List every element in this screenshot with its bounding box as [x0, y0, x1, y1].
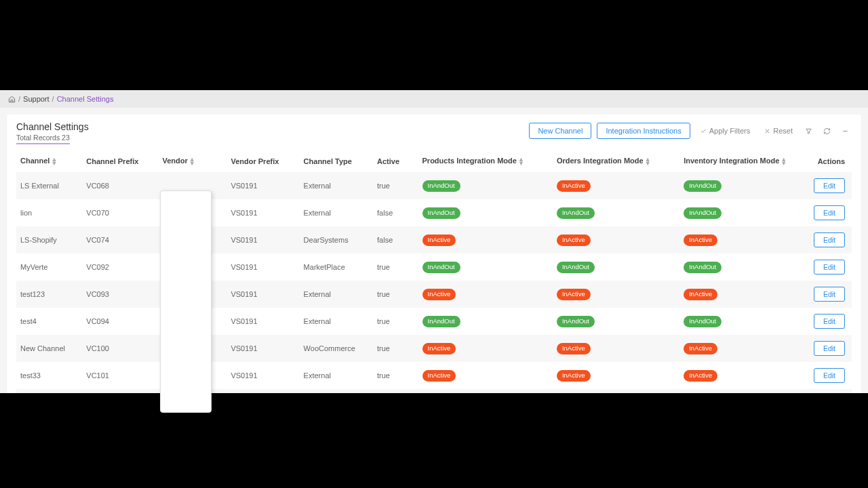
table-row: LS-ShopifyVC074VS0191DearSystemsfalseInA…: [16, 226, 852, 253]
edit-button[interactable]: Edit: [814, 368, 845, 383]
col-channel[interactable]: Channel▲▼: [16, 148, 82, 172]
edit-button[interactable]: Edit: [814, 341, 845, 356]
refresh-icon[interactable]: [821, 125, 833, 138]
cell-orders-mode: InAndOut: [553, 199, 679, 226]
integration-instructions-button[interactable]: Integration Instructions: [597, 123, 690, 139]
cell-channel: LS-Shopify: [16, 226, 82, 253]
col-orders-mode[interactable]: Orders Integration Mode▲▼: [553, 148, 679, 172]
cell-active: true: [373, 335, 418, 362]
table-row: lionVC070VS0191ExternalfalseInAndOutInAn…: [16, 199, 852, 226]
panel-header: Channel Settings Total Records 23 New Ch…: [7, 115, 861, 148]
breadcrumb-support[interactable]: Support: [23, 95, 50, 103]
sort-icon: ▲▼: [518, 157, 524, 165]
cell-active: true: [373, 281, 418, 308]
cell-actions: Edit: [810, 308, 852, 335]
cell-inventory-mode: InActive: [679, 226, 810, 253]
status-badge: InAndOut: [684, 316, 722, 327]
cell-channel-type: External: [300, 308, 373, 335]
reset-label: Reset: [773, 127, 793, 135]
breadcrumb-separator: /: [18, 95, 20, 103]
cell-channel: LS External: [16, 172, 82, 199]
cell-channel-type: External: [300, 199, 373, 226]
toolbar: New Channel Integration Instructions App…: [529, 123, 852, 139]
cell-channel-type: DearSystems: [300, 226, 373, 253]
status-badge: InActive: [422, 343, 456, 354]
table-row: LS ExternalVC068VS0191ExternaltrueInAndO…: [16, 172, 852, 199]
col-channel-type[interactable]: Channel Type: [300, 148, 373, 172]
status-badge: InActive: [557, 235, 591, 246]
cell-products-mode: InActive: [418, 281, 553, 308]
cell-vendor-prefix: VS0191: [226, 362, 299, 389]
table-row: test123VC093VS0191ExternaltrueInActiveIn…: [16, 281, 852, 308]
status-badge: InActive: [557, 289, 591, 300]
reset-button[interactable]: Reset: [760, 124, 797, 138]
table-row: MyVerteVC092VS0191MarketPlacetrueInAndOu…: [16, 253, 852, 281]
cell-actions: Edit: [810, 253, 852, 281]
col-inventory-mode[interactable]: Inventory Integration Mode▲▼: [679, 148, 810, 172]
cell-channel-prefix: VC094: [82, 308, 158, 335]
cell-orders-mode: InActive: [553, 226, 679, 253]
cell-channel-prefix: VC101: [82, 362, 158, 389]
edit-button[interactable]: Edit: [814, 232, 845, 247]
filter-icon[interactable]: [802, 125, 815, 138]
cell-channel-type: External: [300, 172, 373, 199]
home-icon[interactable]: [8, 96, 16, 103]
cell-inventory-mode: InAndOut: [679, 308, 810, 335]
apply-filters-button[interactable]: Apply Filters: [696, 124, 755, 138]
status-badge: InActive: [684, 370, 717, 382]
breadcrumb-separator: /: [52, 95, 54, 103]
cell-channel-type: External: [300, 281, 373, 308]
cell-products-mode: InAndOut: [418, 253, 553, 281]
sort-icon: ▲▼: [781, 157, 787, 165]
cell-inventory-mode: InAndOut: [679, 199, 810, 226]
letterbox-bottom: [0, 393, 868, 488]
status-badge: InActive: [557, 343, 591, 354]
cell-products-mode: InAndOut: [418, 308, 553, 335]
cell-vendor-prefix: VS0191: [226, 172, 299, 199]
cell-actions: Edit: [810, 172, 852, 199]
vendor-dropdown-panel[interactable]: [160, 190, 212, 413]
edit-button[interactable]: Edit: [814, 314, 845, 329]
cell-inventory-mode: InAndOut: [679, 172, 810, 199]
cell-active: false: [373, 226, 418, 253]
col-actions: Actions: [810, 148, 852, 172]
status-badge: InActive: [684, 235, 717, 246]
status-badge: InActive: [557, 180, 591, 192]
breadcrumb-current[interactable]: Channel Settings: [57, 95, 114, 103]
cell-channel-type: MarketPlace: [300, 253, 373, 281]
cell-vendor-prefix: VS0191: [226, 335, 299, 362]
col-active[interactable]: Active: [373, 148, 418, 172]
cell-channel: test123: [16, 281, 82, 308]
edit-button[interactable]: Edit: [814, 260, 845, 274]
cell-actions: Edit: [810, 199, 852, 226]
cell-channel-prefix: VC092: [82, 253, 158, 281]
edit-button[interactable]: Edit: [814, 205, 845, 220]
cell-vendor-prefix: VS0191: [226, 308, 299, 335]
cell-products-mode: InActive: [418, 362, 553, 389]
status-badge: InAndOut: [684, 262, 722, 273]
cell-orders-mode: InActive: [553, 172, 679, 199]
letterbox-top: [0, 0, 868, 90]
edit-button[interactable]: Edit: [814, 287, 845, 302]
cell-vendor-prefix: VS0191: [226, 281, 299, 308]
col-products-mode[interactable]: Products Integration Mode▲▼: [418, 148, 553, 172]
col-vendor[interactable]: Vendor▲▼: [158, 148, 226, 172]
sort-icon: ▲▼: [51, 157, 57, 165]
cell-orders-mode: InActive: [553, 281, 679, 308]
cell-channel: MyVerte: [16, 253, 82, 281]
col-channel-prefix[interactable]: Channel Prefix: [82, 148, 158, 172]
table-row: New ChannelVC100VS0191WooCommercetrueInA…: [16, 335, 852, 362]
cell-active: true: [373, 362, 418, 389]
cell-channel-prefix: VC100: [82, 335, 158, 362]
breadcrumb: / Support / Channel Settings: [0, 90, 868, 108]
total-records: Total Records 23: [16, 134, 70, 144]
col-vendor-prefix[interactable]: Vendor Prefix: [226, 148, 299, 172]
cell-products-mode: InAndOut: [418, 172, 553, 199]
status-badge: InAndOut: [422, 316, 460, 327]
edit-button[interactable]: Edit: [814, 178, 845, 193]
collapse-icon[interactable]: [839, 125, 852, 138]
cell-active: false: [373, 199, 418, 226]
status-badge: InActive: [422, 289, 456, 300]
new-channel-button[interactable]: New Channel: [529, 123, 591, 139]
cell-actions: Edit: [810, 335, 852, 362]
